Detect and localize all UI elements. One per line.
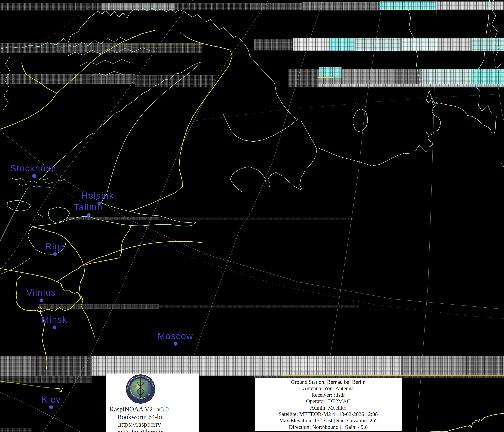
coastline [230,121,317,191]
graticule-line [416,0,437,432]
station-info-text: Ground Station: Bernau bei BerlinAntenna… [255,379,402,430]
city-label: Tallinn [74,202,103,212]
coastline [0,8,250,56]
country-border [56,388,63,392]
coastline [497,62,504,80]
city-dot [53,326,56,329]
weather-station-badge-icon: WEATHER SATELLITE RECEIVING STATION JOCH… [126,374,155,404]
branding-content: WEATHER SATELLITE RECEIVING STATION JOCH… [106,374,175,432]
coastline [223,114,297,142]
station-info-box: Ground Station: Bernau bei BerlinAntenna… [255,378,402,431]
coastline [101,62,202,203]
info-line: Direction: Northbound | | Gain: 49.6 [255,424,402,430]
coastline [101,203,196,223]
coastline [60,37,127,49]
svg-text:✦: ✦ [150,389,152,392]
coastline [0,187,28,241]
coastline [408,8,421,88]
graticule-line [0,0,193,271]
city-label: Stockholm [10,163,56,173]
branding-text: RaspiNOAA V2 | v5.0 |Bookworm 64-bithttp… [106,406,175,432]
country-border [81,296,94,336]
coastline [11,178,25,181]
city-dot [87,213,90,216]
graticule-layer [0,0,504,432]
coastline [40,178,49,180]
svg-text:✦: ✦ [131,393,133,395]
svg-text:✦: ✦ [148,393,150,395]
city-label: Moscow [157,331,193,341]
graticule-line [43,0,269,432]
graticule-line [0,0,98,73]
city-label: Helsinki [81,190,117,201]
country-border [84,226,131,265]
info-line: Admin: Mochito [255,405,402,411]
branding-box: WEATHER SATELLITE RECEIVING STATION JOCH… [106,373,198,432]
info-line: Operator: DE2MAC [255,398,402,404]
coastline [0,258,30,274]
graticule-line [0,392,81,432]
city-label: Minsk [42,314,67,325]
coastline [426,132,430,135]
city-dot [53,252,57,256]
satellite-pass-image: StockholmHelsinkiTallinnRigaVilniusMinsk… [0,0,504,432]
city-dot [49,406,53,409]
country-border-layer [0,30,504,432]
info-line: Antenna: Your Antenna [255,385,402,391]
coastline [7,200,31,211]
coastline [37,214,43,216]
graticule-line [318,0,383,432]
coastline [56,179,64,181]
coastline [67,48,151,56]
country-border [129,32,232,211]
city-dot [39,298,43,302]
svg-text:✦: ✦ [129,389,131,392]
coastline [32,186,42,187]
coastline [501,164,504,167]
city-label: Vilnius [26,287,56,298]
info-line: Satellite: METEOR-M2 4 | 18-02-2026 12:0… [255,411,402,417]
city-label: Kiev [42,394,61,405]
coastline [3,56,10,110]
info-line: https://raspberry- [106,421,175,428]
satellite-map-overlay [0,0,504,432]
info-line: noaa.localdomain [106,428,175,432]
coastline [353,109,368,131]
city-dot [174,342,178,346]
graticule-line [37,186,504,319]
country-border [57,242,203,282]
graticule-line [486,0,504,121]
coastline-layer [0,0,504,274]
svg-text:✦: ✦ [151,385,153,388]
coastline [426,0,497,133]
raspinoaa-logo: WEATHER SATELLITE RECEIVING STATION JOCH… [126,374,155,405]
coastline [18,184,28,185]
coastline [28,181,37,183]
country-border [22,63,57,94]
info-line: Ground Station: Bernau bei Berlin [255,379,402,385]
coastline [45,182,53,183]
coastline [90,71,123,77]
coastline [491,0,499,56]
info-line: Bookworm 64-bit [106,413,175,421]
coastline [318,104,441,166]
info-line: Max Elevation: 13° East | Sun Elevation:… [255,417,402,423]
graticule-line [168,0,323,432]
coastline [81,60,130,65]
svg-text:✦: ✦ [128,385,130,388]
country-border [430,413,504,432]
city-label: Riga [45,241,66,251]
coastline [48,207,70,222]
coastline [250,56,297,120]
info-line: RaspiNOAA V2 | v5.0 | [106,406,175,413]
city-dot [32,174,36,178]
coastline [32,216,196,227]
country-border [0,381,56,389]
coastline [38,62,202,180]
info-line: Receiver: rtlsdr [255,392,402,398]
